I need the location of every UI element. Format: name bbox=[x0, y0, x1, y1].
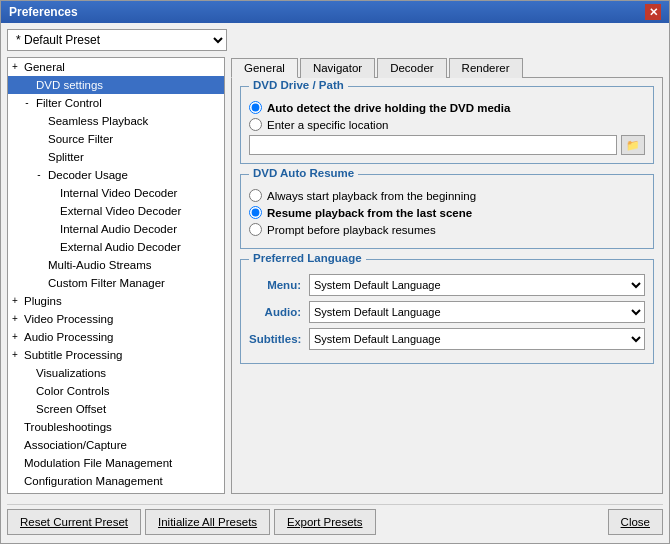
tree-item-source-filter[interactable]: Source Filter bbox=[8, 130, 224, 148]
dvd-specific-location-radio[interactable] bbox=[249, 118, 262, 131]
dvd-auto-resume-group: DVD Auto Resume Always start playback fr… bbox=[240, 174, 654, 249]
dvd-auto-resume-title: DVD Auto Resume bbox=[249, 167, 358, 179]
expander-icon: + bbox=[8, 329, 22, 345]
tree-item-internal-audio-decoder[interactable]: Internal Audio Decoder bbox=[8, 220, 224, 238]
tree-item-plugins[interactable]: +Plugins bbox=[8, 292, 224, 310]
tree-item-multi-audio-streams[interactable]: Multi-Audio Streams bbox=[8, 256, 224, 274]
tree-item-label: Source Filter bbox=[48, 131, 113, 147]
tree-item-modulation-file-management[interactable]: Modulation File Management bbox=[8, 454, 224, 472]
dvd-auto-detect-row: Auto detect the drive holding the DVD me… bbox=[249, 101, 645, 114]
tree-item-label: Visualizations bbox=[36, 365, 106, 381]
tree-item-external-audio-decoder[interactable]: External Audio Decoder bbox=[8, 238, 224, 256]
menu-lang-row: Menu: System Default Language bbox=[249, 274, 645, 296]
tree-item-screen-offset[interactable]: Screen Offset bbox=[8, 400, 224, 418]
tabs-row: GeneralNavigatorDecoderRenderer bbox=[231, 57, 663, 78]
tree-item-label: Association/Capture bbox=[24, 437, 127, 453]
tree-item-general[interactable]: +General bbox=[8, 58, 224, 76]
tab-navigator[interactable]: Navigator bbox=[300, 58, 375, 78]
preferred-language-title: Preferred Language bbox=[249, 252, 366, 264]
initialize-presets-button[interactable]: Initialize All Presets bbox=[145, 509, 270, 535]
dvd-specific-location-label: Enter a specific location bbox=[267, 119, 388, 131]
browse-button[interactable]: 📁 bbox=[621, 135, 645, 155]
right-panel: GeneralNavigatorDecoderRenderer DVD Driv… bbox=[231, 57, 663, 494]
subtitles-lang-select[interactable]: System Default Language bbox=[309, 328, 645, 350]
audio-lang-select[interactable]: System Default Language bbox=[309, 301, 645, 323]
tree-item-label: Multi-Audio Streams bbox=[48, 257, 152, 273]
tab-general[interactable]: General bbox=[231, 58, 298, 78]
dvd-path-input[interactable] bbox=[249, 135, 617, 155]
tree-item-label: Modulation File Management bbox=[24, 455, 172, 471]
tree-item-label: External Audio Decoder bbox=[60, 239, 181, 255]
always-start-label: Always start playback from the beginning bbox=[267, 190, 476, 202]
bottom-left-buttons: Reset Current Preset Initialize All Pres… bbox=[7, 509, 376, 535]
audio-lang-label: Audio: bbox=[249, 306, 309, 318]
prompt-before-radio[interactable] bbox=[249, 223, 262, 236]
tree-item-label: DVD settings bbox=[36, 77, 103, 93]
menu-lang-select[interactable]: System Default Language bbox=[309, 274, 645, 296]
tree-item-visualizations[interactable]: Visualizations bbox=[8, 364, 224, 382]
dvd-auto-detect-label: Auto detect the drive holding the DVD me… bbox=[267, 102, 510, 114]
tree-item-label: Troubleshootings bbox=[24, 419, 112, 435]
dvd-specific-location-row: Enter a specific location bbox=[249, 118, 645, 131]
close-window-button[interactable]: ✕ bbox=[645, 4, 661, 20]
tree-item-decoder-usage[interactable]: -Decoder Usage bbox=[8, 166, 224, 184]
tab-content: DVD Drive / Path Auto detect the drive h… bbox=[231, 78, 663, 494]
always-start-radio[interactable] bbox=[249, 189, 262, 202]
tree-item-label: Color Controls bbox=[36, 383, 110, 399]
tree-item-color-controls[interactable]: Color Controls bbox=[8, 382, 224, 400]
tree-item-video-processing[interactable]: +Video Processing bbox=[8, 310, 224, 328]
tree-item-troubleshootings[interactable]: Troubleshootings bbox=[8, 418, 224, 436]
window-body: * Default Preset +General DVD settings-F… bbox=[1, 23, 669, 543]
path-input-row: 📁 bbox=[249, 135, 645, 155]
expander-icon: + bbox=[8, 59, 22, 75]
subtitles-lang-label: Subtitles: bbox=[249, 333, 309, 345]
prompt-before-row: Prompt before playback resumes bbox=[249, 223, 645, 236]
expander-icon: - bbox=[20, 95, 34, 111]
tree-item-configuration-management[interactable]: Configuration Management bbox=[8, 472, 224, 490]
tree-item-custom-filter-manager[interactable]: Custom Filter Manager bbox=[8, 274, 224, 292]
preferred-language-group: Preferred Language Menu: System Default … bbox=[240, 259, 654, 364]
title-bar: Preferences ✕ bbox=[1, 1, 669, 23]
reset-preset-button[interactable]: Reset Current Preset bbox=[7, 509, 141, 535]
tree-item-association-capture[interactable]: Association/Capture bbox=[8, 436, 224, 454]
tree-item-label: Internal Video Decoder bbox=[60, 185, 177, 201]
tab-renderer[interactable]: Renderer bbox=[449, 58, 523, 78]
menu-lang-label: Menu: bbox=[249, 279, 309, 291]
expander-icon: + bbox=[8, 293, 22, 309]
tree-item-subtitle-processing[interactable]: +Subtitle Processing bbox=[8, 346, 224, 364]
window-title: Preferences bbox=[9, 5, 78, 19]
tree-item-label: Decoder Usage bbox=[48, 167, 128, 183]
content-area: +General DVD settings-Filter Control Sea… bbox=[7, 57, 663, 494]
expander-icon: + bbox=[8, 347, 22, 363]
preferences-window: Preferences ✕ * Default Preset +General … bbox=[0, 0, 670, 544]
tree-item-label: Subtitle Processing bbox=[24, 347, 122, 363]
always-start-row: Always start playback from the beginning bbox=[249, 189, 645, 202]
tree-item-label: General bbox=[24, 59, 65, 75]
prompt-before-label: Prompt before playback resumes bbox=[267, 224, 436, 236]
bottom-bar: Reset Current Preset Initialize All Pres… bbox=[7, 504, 663, 537]
tree-item-external-video-decoder[interactable]: External Video Decoder bbox=[8, 202, 224, 220]
dvd-drive-path-group: DVD Drive / Path Auto detect the drive h… bbox=[240, 86, 654, 164]
resume-last-scene-label: Resume playback from the last scene bbox=[267, 207, 472, 219]
resume-last-scene-radio[interactable] bbox=[249, 206, 262, 219]
dvd-auto-detect-radio[interactable] bbox=[249, 101, 262, 114]
tree-item-label: Plugins bbox=[24, 293, 62, 309]
tree-item-splitter[interactable]: Splitter bbox=[8, 148, 224, 166]
tree-item-label: External Video Decoder bbox=[60, 203, 181, 219]
tree-item-label: Configuration Management bbox=[24, 473, 163, 489]
export-presets-button[interactable]: Export Presets bbox=[274, 509, 375, 535]
tree-item-label: Custom Filter Manager bbox=[48, 275, 165, 291]
expander-icon: + bbox=[8, 311, 22, 327]
tree-item-audio-processing[interactable]: +Audio Processing bbox=[8, 328, 224, 346]
tab-decoder[interactable]: Decoder bbox=[377, 58, 446, 78]
tree-item-dvd-settings[interactable]: DVD settings bbox=[8, 76, 224, 94]
resume-last-scene-row: Resume playback from the last scene bbox=[249, 206, 645, 219]
close-button[interactable]: Close bbox=[608, 509, 663, 535]
tree-item-seamless-playback[interactable]: Seamless Playback bbox=[8, 112, 224, 130]
tree-item-filter-control[interactable]: -Filter Control bbox=[8, 94, 224, 112]
expander-icon: - bbox=[32, 167, 46, 183]
preset-select[interactable]: * Default Preset bbox=[7, 29, 227, 51]
tree-item-internal-video-decoder[interactable]: Internal Video Decoder bbox=[8, 184, 224, 202]
preset-row: * Default Preset bbox=[7, 29, 663, 51]
tree-item-label: Seamless Playback bbox=[48, 113, 148, 129]
